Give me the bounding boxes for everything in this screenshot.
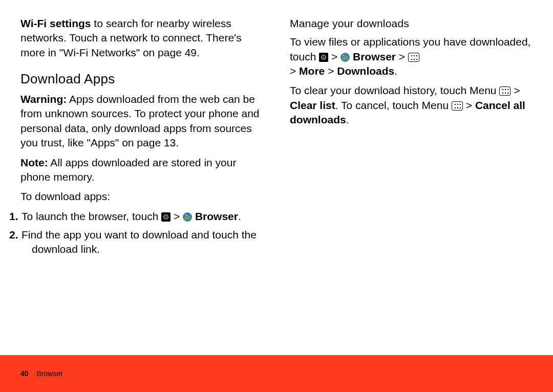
note-paragraph: Note: All apps downloaded are stored in … xyxy=(20,156,263,185)
globe-icon xyxy=(341,53,350,62)
manage-p1-end: . xyxy=(394,65,397,77)
step-2-body: Find the app you want to download and to… xyxy=(22,229,257,255)
launcher-icon xyxy=(319,53,328,62)
note-label: Note: xyxy=(20,157,48,168)
clear-list: Clear list xyxy=(290,99,335,111)
manage-gt3: > xyxy=(290,65,299,77)
page-number: 40 xyxy=(20,369,29,379)
step-1: 1.To launch the browser, touch > Browser… xyxy=(20,209,263,224)
manage-p2-mid: . To cancel, touch Menu xyxy=(335,99,452,111)
menu-icon xyxy=(499,86,511,96)
step-1-end: . xyxy=(238,210,241,222)
manage-p2-end: . xyxy=(346,114,349,125)
manage-gt1: > xyxy=(328,51,341,62)
step-1-pre: To launch the browser, touch xyxy=(22,210,161,222)
wifi-settings-label: Wi-Fi settings xyxy=(20,17,91,29)
menu-icon xyxy=(452,101,463,111)
menu-icon xyxy=(408,53,419,62)
launcher-icon xyxy=(161,212,171,222)
warning-label: Warning: xyxy=(20,93,67,105)
footer-section: Browser xyxy=(37,369,63,379)
manage-gt4: > xyxy=(325,65,337,77)
manage-p2-pre: To clear your download history, touch Me… xyxy=(290,84,499,96)
warning-paragraph: Warning: Apps downloaded from the web ca… xyxy=(20,92,263,150)
manage-p1: To view files or applications you have d… xyxy=(290,35,533,78)
step-1-gt: > xyxy=(171,210,183,222)
manage-downloads: Downloads xyxy=(337,65,394,77)
manage-downloads-heading: Manage your downloads xyxy=(290,16,533,31)
globe-icon xyxy=(183,212,192,222)
manage-more: More xyxy=(299,65,325,77)
download-apps-heading: Download Apps xyxy=(20,70,263,88)
manage-gt6: > xyxy=(463,99,475,111)
manage-gt2: > xyxy=(396,51,408,62)
to-download-label: To download apps: xyxy=(20,189,263,204)
wifi-settings-paragraph: Wi-Fi settings to search for nearby wire… xyxy=(20,16,263,60)
step-2: 2.Find the app you want to download and … xyxy=(20,228,263,257)
note-body: All apps downloaded are stored in your p… xyxy=(20,157,236,183)
manage-gt5: > xyxy=(511,84,520,96)
page-footer: 40 Browser xyxy=(0,355,553,392)
manage-p2: To clear your download history, touch Me… xyxy=(290,83,533,127)
step-1-browser: Browser xyxy=(192,210,238,222)
manage-browser: Browser xyxy=(350,51,396,62)
